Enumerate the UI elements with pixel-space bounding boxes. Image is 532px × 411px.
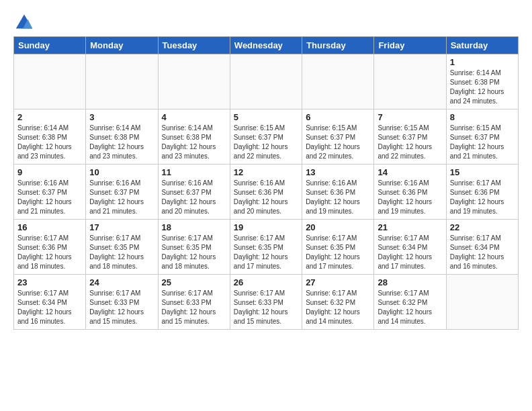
day-detail: Sunrise: 6:17 AM Sunset: 6:33 PM Dayligh… [162, 289, 226, 326]
day-detail: Sunrise: 6:17 AM Sunset: 6:35 PM Dayligh… [89, 234, 154, 271]
day-number: 27 [306, 277, 370, 287]
weekday-monday: Monday [86, 37, 158, 54]
day-detail: Sunrise: 6:17 AM Sunset: 6:35 PM Dayligh… [162, 234, 226, 271]
week-row-5: 23Sunrise: 6:17 AM Sunset: 6:34 PM Dayli… [14, 275, 519, 330]
day-cell: 25Sunrise: 6:17 AM Sunset: 6:33 PM Dayli… [158, 275, 230, 330]
weekday-header-row: SundayMondayTuesdayWednesdayThursdayFrid… [14, 37, 519, 54]
day-number: 4 [162, 112, 226, 122]
day-number: 3 [89, 112, 154, 122]
header [13, 12, 519, 31]
logo-icon [15, 12, 34, 31]
day-detail: Sunrise: 6:17 AM Sunset: 6:35 PM Dayligh… [306, 234, 370, 271]
day-number: 19 [234, 222, 298, 232]
day-detail: Sunrise: 6:17 AM Sunset: 6:34 PM Dayligh… [450, 234, 515, 271]
day-number: 16 [17, 222, 82, 232]
day-detail: Sunrise: 6:15 AM Sunset: 6:37 PM Dayligh… [234, 124, 298, 161]
day-number: 18 [162, 222, 226, 232]
day-number: 28 [378, 277, 442, 287]
day-detail: Sunrise: 6:17 AM Sunset: 6:36 PM Dayligh… [17, 234, 82, 271]
day-number: 14 [378, 167, 442, 177]
day-number: 21 [378, 222, 442, 232]
day-number: 5 [234, 112, 298, 122]
week-row-1: 1Sunrise: 6:14 AM Sunset: 6:38 PM Daylig… [14, 54, 519, 109]
day-cell [86, 54, 158, 109]
day-cell: 26Sunrise: 6:17 AM Sunset: 6:33 PM Dayli… [230, 275, 302, 330]
day-number: 6 [306, 112, 370, 122]
day-cell [230, 54, 302, 109]
day-cell: 14Sunrise: 6:16 AM Sunset: 6:36 PM Dayli… [374, 165, 446, 220]
weekday-tuesday: Tuesday [158, 37, 230, 54]
day-number: 11 [162, 167, 226, 177]
day-cell: 10Sunrise: 6:16 AM Sunset: 6:37 PM Dayli… [86, 165, 158, 220]
day-cell: 21Sunrise: 6:17 AM Sunset: 6:34 PM Dayli… [374, 220, 446, 275]
day-detail: Sunrise: 6:17 AM Sunset: 6:32 PM Dayligh… [378, 289, 442, 326]
logo [13, 12, 34, 31]
day-number: 17 [89, 222, 154, 232]
day-detail: Sunrise: 6:15 AM Sunset: 6:37 PM Dayligh… [378, 124, 442, 161]
day-detail: Sunrise: 6:17 AM Sunset: 6:36 PM Dayligh… [450, 179, 515, 216]
day-number: 23 [17, 277, 82, 287]
day-cell: 15Sunrise: 6:17 AM Sunset: 6:36 PM Dayli… [446, 165, 518, 220]
day-detail: Sunrise: 6:14 AM Sunset: 6:38 PM Dayligh… [89, 124, 154, 161]
day-cell: 16Sunrise: 6:17 AM Sunset: 6:36 PM Dayli… [14, 220, 86, 275]
day-number: 22 [450, 222, 515, 232]
day-number: 8 [450, 112, 515, 122]
page: SundayMondayTuesdayWednesdayThursdayFrid… [0, 0, 532, 342]
day-number: 25 [162, 277, 226, 287]
week-row-2: 2Sunrise: 6:14 AM Sunset: 6:38 PM Daylig… [14, 109, 519, 165]
day-number: 10 [89, 167, 154, 177]
day-cell: 27Sunrise: 6:17 AM Sunset: 6:32 PM Dayli… [302, 275, 374, 330]
day-cell [14, 54, 86, 109]
day-detail: Sunrise: 6:17 AM Sunset: 6:33 PM Dayligh… [89, 289, 154, 326]
day-number: 13 [306, 167, 370, 177]
day-detail: Sunrise: 6:17 AM Sunset: 6:33 PM Dayligh… [234, 289, 298, 326]
week-row-3: 9Sunrise: 6:16 AM Sunset: 6:37 PM Daylig… [14, 165, 519, 220]
day-cell: 17Sunrise: 6:17 AM Sunset: 6:35 PM Dayli… [86, 220, 158, 275]
day-detail: Sunrise: 6:17 AM Sunset: 6:34 PM Dayligh… [378, 234, 442, 271]
day-detail: Sunrise: 6:16 AM Sunset: 6:36 PM Dayligh… [234, 179, 298, 216]
day-cell: 6Sunrise: 6:15 AM Sunset: 6:37 PM Daylig… [302, 109, 374, 165]
day-number: 9 [17, 167, 82, 177]
day-cell: 18Sunrise: 6:17 AM Sunset: 6:35 PM Dayli… [158, 220, 230, 275]
day-cell: 8Sunrise: 6:15 AM Sunset: 6:37 PM Daylig… [446, 109, 518, 165]
day-cell: 24Sunrise: 6:17 AM Sunset: 6:33 PM Dayli… [86, 275, 158, 330]
day-cell: 5Sunrise: 6:15 AM Sunset: 6:37 PM Daylig… [230, 109, 302, 165]
weekday-friday: Friday [374, 37, 446, 54]
day-cell: 11Sunrise: 6:16 AM Sunset: 6:37 PM Dayli… [158, 165, 230, 220]
day-detail: Sunrise: 6:16 AM Sunset: 6:37 PM Dayligh… [17, 179, 82, 216]
day-cell [446, 275, 518, 330]
day-cell: 4Sunrise: 6:14 AM Sunset: 6:38 PM Daylig… [158, 109, 230, 165]
day-cell: 9Sunrise: 6:16 AM Sunset: 6:37 PM Daylig… [14, 165, 86, 220]
day-cell: 3Sunrise: 6:14 AM Sunset: 6:38 PM Daylig… [86, 109, 158, 165]
day-number: 7 [378, 112, 442, 122]
day-cell: 2Sunrise: 6:14 AM Sunset: 6:38 PM Daylig… [14, 109, 86, 165]
weekday-saturday: Saturday [446, 37, 518, 54]
day-cell [374, 54, 446, 109]
week-row-4: 16Sunrise: 6:17 AM Sunset: 6:36 PM Dayli… [14, 220, 519, 275]
day-detail: Sunrise: 6:16 AM Sunset: 6:36 PM Dayligh… [306, 179, 370, 216]
day-detail: Sunrise: 6:17 AM Sunset: 6:35 PM Dayligh… [234, 234, 298, 271]
day-cell: 12Sunrise: 6:16 AM Sunset: 6:36 PM Dayli… [230, 165, 302, 220]
day-cell: 28Sunrise: 6:17 AM Sunset: 6:32 PM Dayli… [374, 275, 446, 330]
day-cell: 20Sunrise: 6:17 AM Sunset: 6:35 PM Dayli… [302, 220, 374, 275]
day-cell: 7Sunrise: 6:15 AM Sunset: 6:37 PM Daylig… [374, 109, 446, 165]
day-cell: 22Sunrise: 6:17 AM Sunset: 6:34 PM Dayli… [446, 220, 518, 275]
weekday-sunday: Sunday [14, 37, 86, 54]
day-number: 2 [17, 112, 82, 122]
day-detail: Sunrise: 6:16 AM Sunset: 6:37 PM Dayligh… [89, 179, 154, 216]
day-cell [302, 54, 374, 109]
weekday-thursday: Thursday [302, 37, 374, 54]
day-detail: Sunrise: 6:14 AM Sunset: 6:38 PM Dayligh… [162, 124, 226, 161]
day-number: 15 [450, 167, 515, 177]
day-detail: Sunrise: 6:14 AM Sunset: 6:38 PM Dayligh… [450, 68, 515, 106]
day-cell [158, 54, 230, 109]
day-number: 20 [306, 222, 370, 232]
day-detail: Sunrise: 6:16 AM Sunset: 6:36 PM Dayligh… [378, 179, 442, 216]
day-number: 24 [89, 277, 154, 287]
day-cell: 1Sunrise: 6:14 AM Sunset: 6:38 PM Daylig… [446, 54, 518, 109]
day-detail: Sunrise: 6:17 AM Sunset: 6:32 PM Dayligh… [306, 289, 370, 326]
day-number: 26 [234, 277, 298, 287]
weekday-wednesday: Wednesday [230, 37, 302, 54]
day-number: 12 [234, 167, 298, 177]
day-detail: Sunrise: 6:15 AM Sunset: 6:37 PM Dayligh… [450, 124, 515, 161]
